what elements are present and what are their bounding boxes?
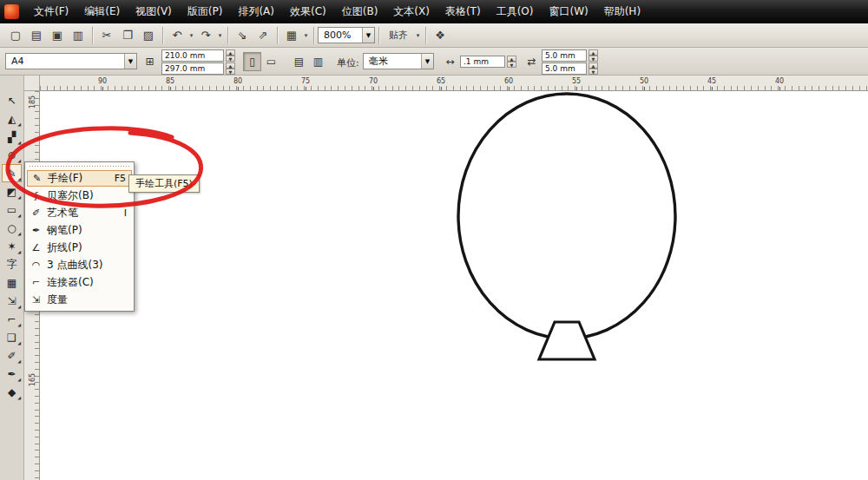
duplicate-y-field[interactable]: 5.0 mm [542,62,587,75]
rectangle-tool[interactable]: ▭◢ [2,201,22,219]
ellipse-tool[interactable]: ○◢ [2,219,22,237]
save-document-icon[interactable]: ▣ [47,26,68,45]
ruler-origin[interactable] [24,76,40,91]
menu-effects[interactable]: 效果(C) [282,0,334,23]
units-combobox[interactable]: 毫米 ▼ [363,53,434,69]
menu-bitmaps[interactable]: 位图(B) [334,0,386,23]
flyout-indicator-icon: ◢ [17,214,21,218]
options-icon[interactable]: ❖ [430,26,450,45]
portrait-button[interactable]: ▯ [243,52,261,71]
toolbar-separator [425,27,426,44]
menu-layout[interactable]: 版面(P) [180,0,231,23]
units-dropdown-icon[interactable]: ▼ [421,54,433,69]
polygon-tool[interactable]: ✶◢ [2,237,22,255]
paper-size-dropdown-icon[interactable]: ▼ [124,54,136,69]
app-launcher-icon[interactable]: ▦ [281,26,302,45]
flyout-item-freehand[interactable]: ✎ 手绘(F) F5 [27,170,132,187]
undo-dropdown-icon[interactable]: ▾ [187,32,195,39]
zoom-level-value: 800% [319,30,362,41]
nudge-offset-spinner[interactable]: ▲▼ [507,56,516,68]
outline-pen-tool-icon: ✒ [7,368,16,380]
connector-tool[interactable]: ⌐◢ [2,310,22,328]
flyout-item-connector[interactable]: ⌐ 连接器(C) [27,273,132,291]
paper-width-spinner[interactable]: ▲▼ [226,49,235,62]
units-label: 单位: [337,56,359,69]
fill-tool-icon: ◆ [8,386,16,398]
redo-icon[interactable]: ↷ [195,26,216,45]
eyedropper-tool[interactable]: ✐◢ [2,346,22,365]
dimension-tool[interactable]: ⇲◢ [2,292,22,310]
effects-tool[interactable]: ❑◢ [2,328,22,346]
flyout-item-artistic-media[interactable]: ✐ 艺术笔 I [27,204,132,221]
toolbar-separator [313,27,314,44]
table-tool[interactable]: ▦ [2,273,22,292]
duplicate-y-spinner[interactable]: ▲▼ [589,62,598,75]
open-document-icon[interactable]: ▤ [26,26,47,45]
outline-pen-tool[interactable]: ✒◢ [2,365,22,383]
undo-icon[interactable]: ↶ [167,26,187,45]
cut-icon[interactable]: ✂ [96,26,117,45]
toolbar-separator [227,27,228,44]
paper-height-field[interactable]: 297.0 mm [161,62,224,75]
duplicate-x-spinner[interactable]: ▲▼ [589,49,598,62]
vruler-number: 165 [29,373,36,387]
import-icon[interactable]: ⇘ [232,26,253,45]
hruler-number: 85 [166,77,174,85]
new-document-icon[interactable]: ▢ [5,26,26,45]
menu-text[interactable]: 文本(X) [385,0,437,23]
paper-width-field[interactable]: 210.0 mm [161,49,224,62]
duplicate-x-field[interactable]: 5.0 mm [542,49,587,62]
menu-window[interactable]: 窗口(W) [541,0,595,23]
zoom-tool[interactable]: ⊕◢ [2,146,22,164]
crop-tool[interactable]: ▞◢ [2,128,22,146]
flyout-item-bezier[interactable]: ʃ 贝塞尔(B) [27,187,132,204]
menu-table[interactable]: 表格(T) [437,0,489,23]
print-icon[interactable]: ▥ [68,26,89,45]
zoom-dropdown-icon[interactable]: ▼ [362,28,374,43]
paper-height-spinner[interactable]: ▲▼ [226,62,235,75]
flyout-item-polyline[interactable]: ∠ 折线(P) [27,239,132,256]
zoom-level-combobox[interactable]: 800% ▼ [318,27,375,43]
snap-to-dropdown-icon[interactable]: ▾ [414,32,422,39]
flyout-item-3point-curve[interactable]: ◠ 3 点曲线(3) [27,256,132,273]
all-pages-button[interactable]: ▤ [290,52,308,71]
hruler-number: 65 [437,77,445,85]
flyout-indicator-icon: ◢ [17,122,21,127]
app-launcher-dropdown-icon[interactable]: ▾ [302,32,310,39]
smart-fill-tool[interactable]: ◩◢ [2,182,22,201]
menu-arrange[interactable]: 排列(A) [230,0,282,23]
pick-tool[interactable]: ↖ [2,91,22,109]
copy-icon[interactable]: ❐ [117,26,138,45]
redo-dropdown-icon[interactable]: ▾ [216,32,224,39]
paste-icon[interactable]: ▨ [138,26,159,45]
flyout-item-dimension[interactable]: ⇲ 度量 [27,291,132,308]
shape-tool[interactable]: ◭◢ [2,109,22,128]
table-tool-icon: ▦ [7,277,16,289]
menu-edit[interactable]: 编辑(E) [76,0,128,23]
menu-help[interactable]: 帮助(H) [596,0,648,23]
paper-width-value: 210.0 mm [162,51,223,60]
menu-file[interactable]: 文件(F) [26,0,76,23]
flyout-grip[interactable] [30,165,129,168]
fill-tool[interactable]: ◆◢ [2,383,22,401]
snap-to-button[interactable]: 贴齐 [383,26,414,45]
text-tool[interactable]: 字 [2,255,22,273]
current-page-button[interactable]: ▥ [309,52,327,71]
freehand-tool[interactable]: ✎◢ [2,164,22,182]
toolbox: ↖ ◭◢ ▞◢ ⊕◢ ✎◢ ◩◢ ▭◢ ○◢ ✶◢ 字 ▦ ⇲◢ ⌐◢ ❑◢ ✐… [0,76,24,480]
curve-tools-flyout: ✎ 手绘(F) F5 ʃ 贝塞尔(B) ✐ 艺术笔 I ✒ 钢笔(P) ∠ 折线… [24,161,135,312]
drawing-canvas[interactable] [40,91,868,480]
landscape-button[interactable]: ▭ [262,52,280,71]
shape-tool-icon: ◭ [8,113,16,125]
export-icon[interactable]: ⇗ [253,26,273,45]
horizontal-ruler[interactable]: 90 85 80 75 70 65 60 55 50 45 40 [40,76,868,91]
coreldraw-window: 文件(F) 编辑(E) 视图(V) 版面(P) 排列(A) 效果(C) 位图(B… [0,0,868,480]
menu-tools[interactable]: 工具(O) [489,0,542,23]
flyout-item-pen[interactable]: ✒ 钢笔(P) [27,221,132,239]
hruler-number: 75 [301,77,310,85]
paper-size-combobox[interactable]: A4 ▼ [5,53,137,69]
crop-tool-icon: ▞ [8,131,16,143]
menu-view[interactable]: 视图(V) [128,0,180,23]
hruler-number: 60 [504,77,513,85]
nudge-offset-field[interactable]: .1 mm [460,56,505,68]
